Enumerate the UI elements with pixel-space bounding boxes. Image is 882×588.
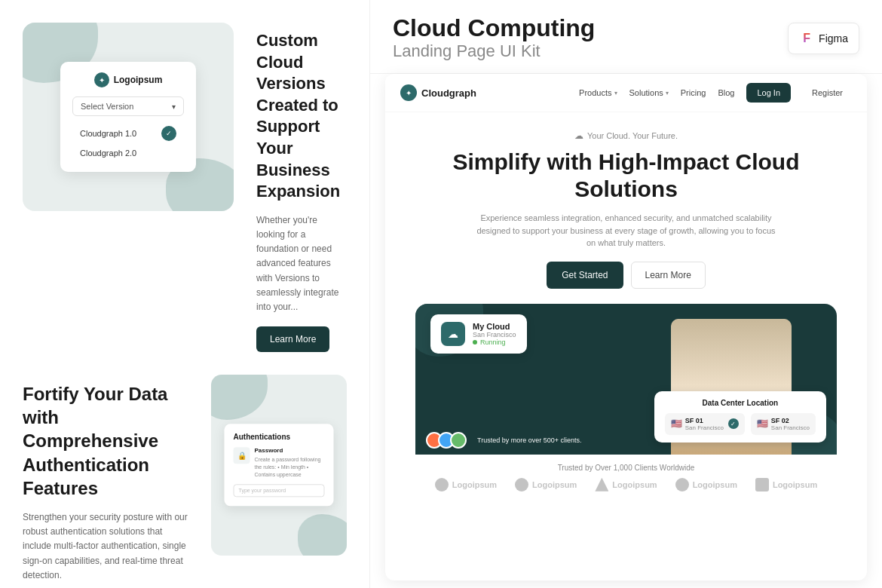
auth-card-desc: Create a password following the rules: •… bbox=[255, 456, 325, 478]
auth-card-subtitle: Password bbox=[255, 447, 325, 454]
data-center-card: Data Center Location 🇺🇸 SF 01 San Franci… bbox=[654, 391, 826, 443]
hero-image-area: ☁ My Cloud San Francisco Running bbox=[415, 304, 837, 455]
trusted-clients-bar: Trusted by Over 1,000 Clients Worldwide … bbox=[385, 455, 867, 501]
lock-icon: 🔒 bbox=[234, 447, 250, 464]
logo-text: Logoipsum bbox=[114, 75, 163, 85]
client-logo-icon-1 bbox=[435, 478, 449, 492]
client-logo-text-5: Logoipsum bbox=[773, 480, 817, 489]
client-logos-row: Logoipsum Logoipsum Logoipsum Logoipsum bbox=[400, 478, 852, 492]
client-logo-text-2: Logoipsum bbox=[532, 480, 577, 489]
auth-body: Strengthen your security posture with ou… bbox=[23, 510, 188, 583]
learn-more-button-top[interactable]: Learn More bbox=[256, 326, 329, 352]
site-nav-links: Products ▾ Solutions ▾ Pricing Blog Log … bbox=[579, 83, 852, 103]
version-option-1[interactable]: Cloudgraph 1.0 ✓ bbox=[72, 122, 184, 145]
trusted-bar: Trusted by more over 500+ clients. bbox=[426, 432, 581, 449]
trusted-clients-text: Trusted by more over 500+ clients. bbox=[477, 436, 581, 444]
hero-tagline: ☁ Your Cloud. Your Future. bbox=[408, 130, 844, 141]
chevron-down-icon: ▾ bbox=[172, 103, 176, 111]
version-option-2[interactable]: Cloudgraph 2.0 bbox=[72, 145, 184, 161]
cloud-name: My Cloud bbox=[473, 322, 516, 331]
password-input-placeholder: Type your password bbox=[239, 488, 320, 494]
client-logo-text-1: Logoipsum bbox=[452, 480, 497, 489]
kit-subtitle: Landing Page UI Kit bbox=[393, 41, 595, 61]
dc-check-icon: ✓ bbox=[728, 418, 739, 429]
right-header-bar: Cloud Computing Landing Page UI Kit F Fi… bbox=[370, 0, 882, 74]
learn-more-hero-button[interactable]: Learn More bbox=[631, 262, 706, 289]
client-logo-icon-3 bbox=[595, 478, 608, 492]
trusted-clients-label: Trusted by Over 1,000 Clients Worldwide bbox=[400, 464, 852, 472]
dc-loc-city-2: San Francisco bbox=[771, 424, 810, 431]
solutions-chevron-icon: ▾ bbox=[666, 90, 669, 96]
dc-loc-info-2: SF 02 San Francisco bbox=[771, 417, 810, 431]
cloud-card-text: My Cloud San Francisco Running bbox=[473, 322, 516, 346]
password-input-row[interactable]: Type your password bbox=[234, 485, 325, 498]
site-logo: ✦ Cloudgraph bbox=[400, 84, 476, 101]
nav-products[interactable]: Products ▾ bbox=[579, 88, 617, 97]
auth-card-background: Authentications 🔒 Password Create a pass… bbox=[211, 375, 347, 556]
version-card: ✦ Logoipsum Select Version ▾ Cloudgraph … bbox=[60, 62, 196, 172]
top-left-text: Custom Cloud Versions Created to Support… bbox=[256, 23, 347, 352]
dc-loc-name-1: SF 01 bbox=[685, 417, 724, 424]
check-icon: ✓ bbox=[161, 126, 176, 141]
auth-card-content: Password Create a password following the… bbox=[255, 447, 325, 478]
kit-title: Cloud Computing bbox=[393, 15, 595, 41]
client-logo-text-4: Logoipsum bbox=[693, 480, 737, 489]
client-logo-3: Logoipsum bbox=[595, 478, 657, 492]
us-flag-icon-2: 🇺🇸 bbox=[757, 418, 768, 429]
dc-loc-city-1: San Francisco bbox=[685, 424, 724, 431]
card-logo: ✦ Logoipsum bbox=[72, 72, 184, 87]
auth-card-title: Authentications bbox=[234, 433, 325, 441]
status-label: Running bbox=[480, 338, 506, 346]
client-logo-text-3: Logoipsum bbox=[612, 480, 657, 489]
auth-section: Fortify Your Data with Comprehensive Aut… bbox=[23, 375, 347, 588]
dc-location-sf01[interactable]: 🇺🇸 SF 01 San Francisco ✓ bbox=[665, 413, 745, 435]
client-logo-icon-2 bbox=[515, 478, 528, 492]
cloud-status-card: ☁ My Cloud San Francisco Running bbox=[430, 314, 527, 354]
client-logo-2: Logoipsum bbox=[515, 478, 577, 492]
auth-card-row: 🔒 Password Create a password following t… bbox=[234, 447, 325, 478]
top-section-body: Whether you're looking for a foundation … bbox=[256, 213, 347, 314]
site-logo-text: Cloudgraph bbox=[421, 87, 476, 99]
site-nav: ✦ Cloudgraph Products ▾ Solutions ▾ Pric… bbox=[385, 74, 867, 112]
figma-logo-icon: F bbox=[799, 29, 814, 47]
auth-blob-tl bbox=[211, 375, 268, 420]
us-flag-icon-1: 🇺🇸 bbox=[671, 418, 682, 429]
nav-solutions[interactable]: Solutions ▾ bbox=[629, 88, 669, 97]
page-wrapper: ✦ Logoipsum Select Version ▾ Cloudgraph … bbox=[0, 0, 882, 588]
dc-loc-name-2: SF 02 bbox=[771, 417, 810, 424]
avatar-3 bbox=[450, 432, 467, 449]
register-button[interactable]: Register bbox=[803, 83, 852, 103]
login-button[interactable]: Log In bbox=[746, 83, 791, 103]
trusted-avatars bbox=[426, 432, 462, 449]
client-logo-icon-5 bbox=[755, 478, 769, 492]
logo-icon: ✦ bbox=[94, 72, 109, 87]
figma-badge[interactable]: F Figma bbox=[788, 23, 859, 54]
auth-text: Fortify Your Data with Comprehensive Aut… bbox=[23, 375, 188, 588]
hero-tagline-text: Your Cloud. Your Future. bbox=[587, 131, 678, 140]
auth-card: Authentications 🔒 Password Create a pass… bbox=[225, 424, 334, 506]
cloud-card-icon: ☁ bbox=[441, 322, 465, 346]
kit-title-area: Cloud Computing Landing Page UI Kit bbox=[393, 15, 595, 61]
version-1-label: Cloudgraph 1.0 bbox=[80, 129, 136, 138]
products-chevron-icon: ▾ bbox=[614, 90, 617, 96]
client-logo-1: Logoipsum bbox=[435, 478, 497, 492]
auth-blob-br bbox=[298, 514, 347, 556]
client-logo-5: Logoipsum bbox=[755, 478, 817, 492]
hero-description: Experience seamless integration, enhance… bbox=[476, 212, 777, 250]
version-select-dropdown[interactable]: Select Version ▾ bbox=[72, 96, 184, 116]
client-logo-4: Logoipsum bbox=[675, 478, 737, 492]
hero-section: ☁ Your Cloud. Your Future. Simplify with… bbox=[385, 112, 867, 455]
nav-pricing[interactable]: Pricing bbox=[681, 88, 706, 97]
hero-title: Simplify with High-Impact Cloud Solution… bbox=[408, 149, 844, 203]
cloud-location: San Francisco bbox=[473, 331, 516, 338]
cloud-tag-icon: ☁ bbox=[574, 130, 583, 141]
checkmark-icon: ✓ bbox=[166, 130, 172, 137]
website-preview: ✦ Cloudgraph Products ▾ Solutions ▾ Pric… bbox=[385, 74, 867, 580]
dc-locations: 🇺🇸 SF 01 San Francisco ✓ 🇺🇸 S bbox=[665, 413, 816, 435]
get-started-button[interactable]: Get Started bbox=[547, 262, 623, 289]
hero-buttons: Get Started Learn More bbox=[408, 262, 844, 289]
auth-heading: Fortify Your Data with Comprehensive Aut… bbox=[23, 382, 188, 500]
top-section-heading: Custom Cloud Versions Created to Support… bbox=[256, 30, 347, 203]
nav-blog[interactable]: Blog bbox=[718, 88, 734, 97]
dc-location-sf02[interactable]: 🇺🇸 SF 02 San Francisco bbox=[751, 413, 816, 435]
